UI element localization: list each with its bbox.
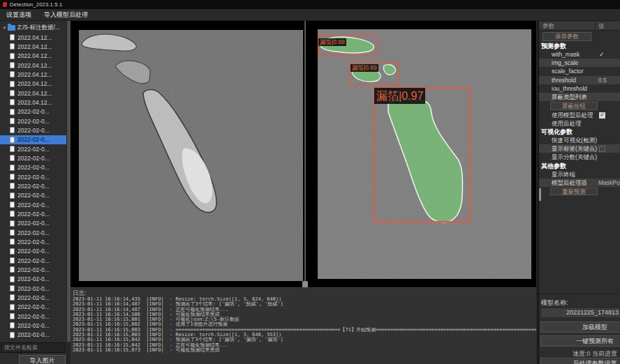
tree-root-folder[interactable]: ▾ Z:/5-标注数据/...: [0, 23, 60, 33]
tree-root-label: Z:/5-标注数据/...: [17, 24, 60, 32]
import-image-button[interactable]: 导入图片: [19, 355, 66, 364]
tree-item-label: 2022-02-0...: [17, 220, 50, 227]
file-icon: [10, 81, 15, 87]
value-column-header: 值: [598, 22, 605, 31]
tree-item-label: 2022.04.12...: [17, 71, 52, 78]
load-model-button[interactable]: 加载模型: [540, 321, 620, 333]
detection-label: 漏箔|0.97: [374, 88, 425, 104]
param-row[interactable]: 显示标签(关键点): [539, 144, 620, 153]
file-icon: [10, 192, 15, 199]
tree-item[interactable]: 2022-02-0...: [0, 312, 66, 321]
param-row[interactable]: 显示终端: [539, 170, 620, 179]
file-icon: [10, 109, 15, 115]
tree-item[interactable]: 2022-02-0...: [0, 237, 66, 246]
param-row[interactable]: 屏蔽类型列表: [539, 93, 620, 101]
tree-item[interactable]: 2022-02-0...: [0, 209, 66, 218]
tree-item[interactable]: 2022-02-0...: [0, 172, 66, 181]
file-icon: [10, 294, 15, 301]
tree-item[interactable]: 2022-02-0...: [0, 135, 66, 144]
param-row[interactable]: 使用后处理: [539, 119, 620, 128]
parameter-panel: 参数 值 保存参数 预测参数with_mask✓img_scalescale_f…: [538, 21, 620, 364]
model-section: 模型名称: 20221225_174813 加载模型 一键预测所有 速度:0 当…: [539, 294, 620, 364]
tree-item[interactable]: 2022-02-0...: [0, 228, 66, 237]
param-row[interactable]: 模型后处理器MaskPostPro: [539, 179, 620, 187]
tree-item[interactable]: 2022-02-0...: [0, 163, 66, 172]
param-name: 显示标签(关键点): [552, 145, 597, 152]
tree-item-label: 2022-02-0...: [17, 155, 50, 162]
param-row[interactable]: 快速可视化(检测): [539, 136, 620, 144]
param-name: 使用后处理: [552, 120, 582, 127]
postprocess-settings-button[interactable]: 后处理参数设置: [540, 358, 620, 364]
tree-item[interactable]: 2022.04.12...: [0, 42, 66, 51]
file-icon: [10, 202, 15, 208]
original-image-view[interactable]: [79, 30, 303, 281]
save-params-button[interactable]: 保存参数: [542, 32, 591, 41]
menu-import-postprocess[interactable]: 导入模型后处理: [38, 9, 94, 21]
tree-item[interactable]: 2022-02-0...: [0, 275, 66, 284]
checkbox-checked[interactable]: ✓: [599, 112, 605, 119]
tree-item[interactable]: 2022-02-0...: [0, 126, 66, 135]
file-icon: [10, 53, 15, 59]
tree-item-label: 2022.04.12...: [17, 99, 52, 106]
tree-item[interactable]: 2022-02-0...: [0, 181, 66, 190]
model-name-field[interactable]: 20221225_174813: [540, 308, 620, 318]
tree-item[interactable]: 2022.04.12...: [0, 98, 66, 107]
param-name: 使用模型后处理: [552, 112, 593, 119]
tree-item[interactable]: 2022-02-0...: [0, 144, 66, 153]
log-line: 2023-01-11 16:16:15,073 |INFO| - 可视化预测结果…: [73, 348, 536, 353]
tree-item[interactable]: 2022-02-0...: [0, 321, 66, 330]
tree-item[interactable]: 2022-02-0...: [0, 116, 66, 126]
file-icon: [10, 118, 15, 124]
menu-settings[interactable]: 设置选项: [0, 9, 38, 21]
tree-item[interactable]: 2022-02-0...: [0, 107, 66, 116]
tree-item[interactable]: 2022-02-0...: [0, 293, 66, 302]
param-row[interactable]: 使用模型后处理✓: [539, 111, 620, 119]
tree-item-label: 2022-02-0...: [17, 164, 50, 171]
search-input[interactable]: [1, 342, 66, 353]
tree-item[interactable]: 2022-02-0...: [0, 284, 66, 293]
tree-item[interactable]: 2022-02-0...: [0, 191, 66, 200]
param-row[interactable]: threshold0.5: [539, 76, 620, 84]
param-row[interactable]: with_mask✓: [539, 50, 620, 59]
file-icon: [10, 322, 15, 328]
param-row[interactable]: iou_threshold: [539, 84, 620, 93]
column-divider: [595, 22, 596, 30]
detection-label: 漏箔|0.89: [350, 64, 378, 72]
param-row[interactable]: scale_factor: [539, 67, 620, 75]
tree-item[interactable]: 2022-02-0...: [0, 153, 66, 162]
param-button[interactable]: 屏蔽按钮: [550, 102, 598, 110]
tree-item-label: 2022.04.12...: [17, 34, 52, 41]
app-icon: [3, 2, 7, 7]
checkbox-empty[interactable]: [599, 146, 605, 152]
tree-item[interactable]: 2022.04.12...: [0, 79, 66, 89]
prediction-image: [318, 29, 531, 279]
tree-item[interactable]: 2022-02-0...: [0, 256, 66, 265]
param-row[interactable]: img_scale: [539, 59, 620, 67]
tree-item[interactable]: 2022.04.12...: [0, 70, 66, 79]
tree-item[interactable]: 2022-02-0...: [0, 219, 66, 228]
predict-all-button[interactable]: 一键预测所有: [540, 335, 620, 347]
tree-item-label: 2022-02-0...: [17, 202, 50, 208]
file-icon: [10, 332, 15, 338]
tree-item[interactable]: 2022-02-0...: [0, 265, 66, 274]
tree-item[interactable]: 2022-02-0...: [0, 247, 66, 256]
tree-item[interactable]: 2022.04.12...: [0, 89, 66, 98]
tree-item[interactable]: 2022-02-0...: [0, 200, 66, 209]
param-button[interactable]: 重新预测: [550, 188, 598, 196]
tree-item[interactable]: 2022.04.12...: [0, 33, 66, 42]
check-icon: ✓: [599, 50, 605, 59]
tree-item[interactable]: 2022.04.12...: [0, 61, 66, 70]
tree-item-label: 2022-02-0...: [17, 266, 50, 273]
tree-item[interactable]: 2022.04.12...: [0, 52, 66, 61]
original-image: [79, 30, 303, 281]
tree-item-label: 2022-02-0...: [17, 229, 50, 236]
image-splitter[interactable]: [304, 21, 306, 288]
tree-item[interactable]: 2022-02-0...: [0, 303, 66, 312]
chevron-down-icon[interactable]: ▾: [1, 25, 8, 31]
log-lines[interactable]: 2023-01-11 16:16:14,435 |INFO| - Resize:…: [73, 297, 536, 363]
param-row[interactable]: 显示分数(关键点): [539, 153, 620, 161]
prediction-image-view[interactable]: 漏箔|0.99 漏箔|0.89 漏箔|0.97: [318, 29, 531, 279]
menu-bar: 设置选项 导入模型后处理: [0, 9, 620, 21]
tree-item-label: 2022-02-0...: [17, 322, 50, 329]
tree-item[interactable]: 2022-02-0...: [0, 331, 66, 340]
